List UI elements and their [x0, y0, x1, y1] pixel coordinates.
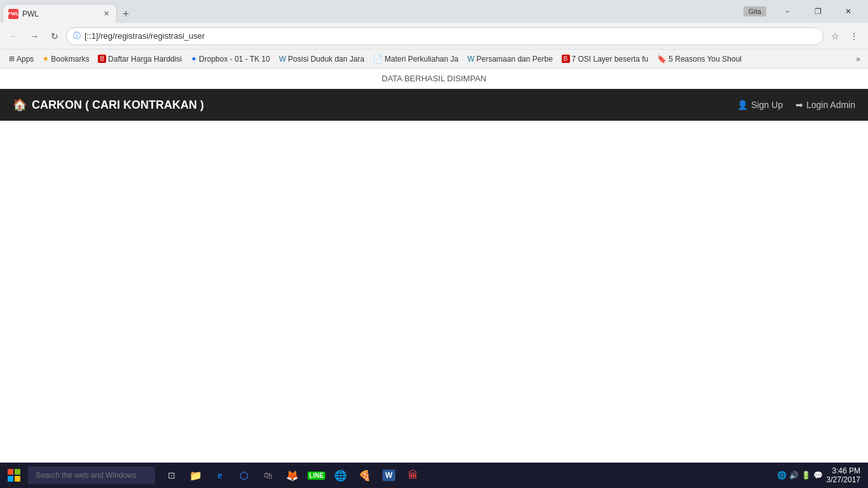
signup-link[interactable]: 👤 Sign Up: [737, 100, 783, 110]
tab-favicon: PWL: [8, 9, 18, 19]
title-bar: PWL PWL ✕ + Gita − ❐ ✕: [0, 0, 868, 23]
success-message-text: DATA BERHASIL DISIMPAN: [382, 74, 487, 83]
clock-time: 3:46 PM: [827, 466, 860, 475]
login-admin-link[interactable]: ➡ Login Admin: [796, 100, 855, 110]
minimize-button[interactable]: −: [773, 3, 802, 20]
url-text: [::1]/reg/registrasi/registrasi_user: [85, 31, 817, 41]
taskbar-pizza[interactable]: 🍕: [353, 464, 376, 487]
bookmark-materi[interactable]: 📄 Materi Perkuliahan Ja: [369, 53, 462, 65]
bookmark-osi[interactable]: B 7 OSI Layer beserta fu: [558, 53, 652, 65]
tab-area: PWL PWL ✕ +: [0, 0, 743, 23]
notification-icon: 💬: [813, 471, 823, 480]
bookmark-bookmarks-label: Bookmarks: [51, 55, 89, 64]
taskbar-apps: ⊡ 📁 e ⬡ 🛍 🦊 LINE 🌐 �: [160, 464, 775, 487]
dropbox-icon: ✦: [191, 55, 197, 64]
taskbar-file-explorer[interactable]: 📁: [184, 464, 207, 487]
taskbar-tablet-mode[interactable]: ⊡: [160, 464, 183, 487]
nav-right-icons: ☆ ⋮: [826, 27, 863, 45]
new-tab-button[interactable]: +: [117, 5, 135, 23]
campus-icon: 🏛: [408, 470, 418, 481]
login-icon: ➡: [796, 100, 803, 110]
tab-title: PWL: [22, 10, 97, 18]
bookmark-osi-label: 7 OSI Layer beserta fu: [572, 55, 649, 64]
bookmark-dropbox-label: Dropbox - 01 - TK 10: [199, 55, 270, 64]
apps-icon: ⊞: [9, 55, 15, 63]
reload-button[interactable]: ↻: [46, 27, 64, 45]
back-button[interactable]: ←: [5, 27, 23, 45]
start-button[interactable]: [3, 464, 25, 487]
tablet-mode-icon: ⊡: [168, 470, 175, 480]
taskbar-chrome[interactable]: 🌐: [329, 464, 352, 487]
window-controls: Gita − ❐ ✕: [743, 3, 868, 20]
network-icon: 🌐: [777, 471, 787, 480]
taskbar-store[interactable]: 🛍: [257, 464, 280, 487]
tab-close-button[interactable]: ✕: [101, 9, 111, 19]
blogger-icon-2: B: [562, 55, 570, 63]
bookmark-apps[interactable]: ⊞ Apps: [5, 53, 37, 65]
taskbar-campus[interactable]: 🏛: [402, 464, 424, 487]
bookmark-5reasons[interactable]: 🔖 5 Reasons You Shoul: [653, 53, 745, 65]
clock-date: 3/27/2017: [827, 475, 860, 484]
taskbar-3d-box[interactable]: ⬡: [233, 464, 255, 487]
browser-frame: PWL PWL ✕ + Gita − ❐ ✕ ← → ↻ ⓘ [::1]/reg…: [0, 0, 868, 488]
browser-tab-active[interactable]: PWL PWL ✕: [3, 4, 117, 23]
word-icon: W: [383, 470, 395, 481]
bookmark-daftar-label: Daftar Harga Harddisi: [108, 55, 182, 64]
chrome-icon: 🌐: [334, 470, 347, 482]
chrome-menu-button[interactable]: ⋮: [845, 27, 863, 45]
line-icon: LINE: [308, 471, 326, 480]
folder-icon: 📁: [189, 470, 202, 482]
signup-label: Sign Up: [751, 100, 783, 110]
windows-icon: [8, 469, 20, 482]
bookmarks-more-button[interactable]: »: [853, 53, 863, 65]
firefox-icon: 🦊: [286, 470, 299, 482]
taskbar-right: 🌐 🔊 🔋 💬 3:46 PM 3/27/2017: [777, 466, 865, 484]
main-content-area: [0, 121, 868, 488]
taskbar-system-icons: 🌐 🔊 🔋 💬: [777, 471, 823, 480]
taskbar-word[interactable]: W: [377, 464, 400, 487]
star-icon: ★: [43, 55, 49, 63]
bookmark-dropbox[interactable]: ✦ Dropbox - 01 - TK 10: [187, 53, 274, 65]
wp-icon-2: W: [467, 55, 474, 64]
store-icon: 🛍: [264, 470, 273, 480]
taskbar: ⊡ 📁 e ⬡ 🛍 🦊 LINE 🌐 �: [0, 463, 868, 488]
gita-label: Gita: [743, 6, 766, 17]
bookmarks-bar: ⊞ Apps ★ Bookmarks B Daftar Harga Harddi…: [0, 50, 868, 69]
volume-icon: 🔊: [789, 471, 799, 480]
edge-icon: e: [217, 470, 222, 481]
taskbar-line[interactable]: LINE: [305, 464, 328, 487]
webpage-content: DATA BERHASIL DISIMPAN 🏠 CARKON ( CARI K…: [0, 69, 868, 488]
wp-icon-1: W: [279, 55, 286, 64]
signup-icon: 👤: [737, 100, 748, 110]
bookmark-posisi-label: Posisi Duduk dan Jara: [288, 55, 364, 64]
bookmark-star-button[interactable]: ☆: [826, 27, 844, 45]
forward-button[interactable]: →: [25, 27, 43, 45]
bookmark-bookmarks[interactable]: ★ Bookmarks: [39, 53, 93, 65]
doc-icon-2: 🔖: [657, 55, 667, 64]
bookmark-persamaan-label: Persamaan dan Perbe: [477, 55, 553, 64]
login-label: Login Admin: [806, 100, 855, 110]
taskbar-firefox[interactable]: 🦊: [281, 464, 304, 487]
doc-icon-1: 📄: [373, 55, 383, 64]
app-nav-right: 👤 Sign Up ➡ Login Admin: [737, 100, 855, 110]
app-navbar: 🏠 CARKON ( CARI KONTRAKAN ) 👤 Sign Up ➡ …: [0, 89, 868, 121]
bookmark-posisi[interactable]: W Posisi Duduk dan Jara: [275, 53, 368, 65]
app-brand-text: CARKON ( CARI KONTRAKAN ): [32, 98, 204, 112]
battery-icon: 🔋: [801, 471, 811, 480]
maximize-button[interactable]: ❐: [803, 3, 832, 20]
success-message-bar: DATA BERHASIL DISIMPAN: [0, 69, 868, 89]
taskbar-edge[interactable]: e: [208, 464, 231, 487]
blogger-icon: B: [98, 55, 106, 63]
app-brand: 🏠 CARKON ( CARI KONTRAKAN ): [13, 98, 204, 112]
bookmark-materi-label: Materi Perkuliahan Ja: [384, 55, 458, 64]
home-icon: 🏠: [13, 98, 27, 112]
taskbar-search-input[interactable]: [28, 466, 155, 484]
address-bar[interactable]: ⓘ [::1]/reg/registrasi/registrasi_user: [66, 27, 824, 45]
pizza-icon: 🍕: [358, 470, 371, 482]
taskbar-clock: 3:46 PM 3/27/2017: [827, 466, 860, 484]
bookmark-apps-label: Apps: [17, 55, 34, 64]
nav-bar: ← → ↻ ⓘ [::1]/reg/registrasi/registrasi_…: [0, 23, 868, 50]
close-button[interactable]: ✕: [834, 3, 863, 20]
bookmark-daftar[interactable]: B Daftar Harga Harddisi: [94, 53, 186, 65]
bookmark-persamaan[interactable]: W Persamaan dan Perbe: [463, 53, 556, 65]
